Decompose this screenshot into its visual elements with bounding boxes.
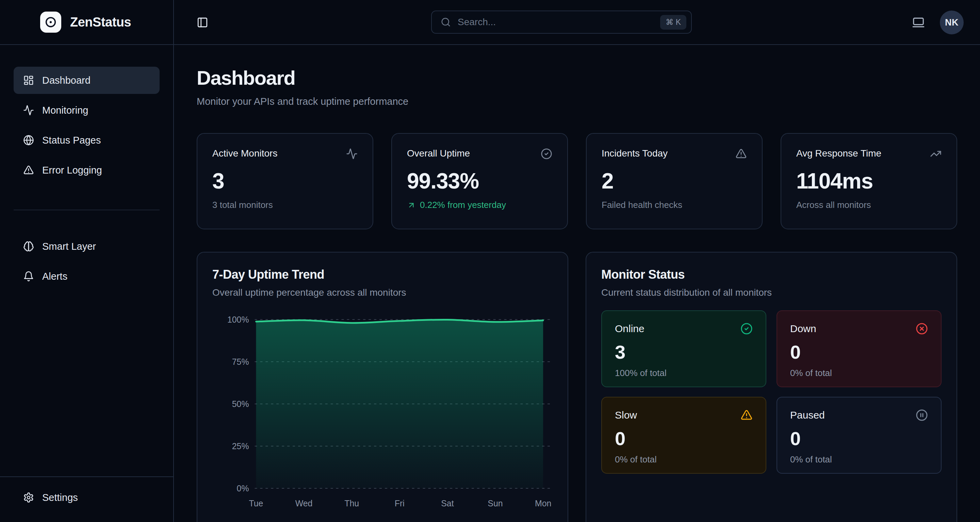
activity-icon: [23, 105, 34, 116]
sidebar-item-settings[interactable]: Settings: [14, 484, 159, 511]
avatar[interactable]: NK: [940, 11, 964, 34]
svg-text:100%: 100%: [227, 315, 249, 324]
status-label: Down: [790, 323, 816, 334]
circle-check-icon: [740, 323, 753, 335]
sidebar-footer: Settings: [0, 476, 173, 522]
stat-label: Incidents Today: [601, 148, 668, 159]
stat-card: Active Monitors 3 3 total monitors: [197, 133, 373, 229]
uptime-trend-card: 7-Day Uptime Trend Overall uptime percen…: [197, 252, 568, 522]
sidebar-item-monitoring[interactable]: Monitoring: [14, 97, 159, 124]
brand-logo-icon: [40, 11, 61, 33]
app-root: ZenStatus Dashboard Monitoring Status Pa…: [0, 0, 980, 522]
main-content: Dashboard Monitor your APIs and track up…: [174, 45, 980, 522]
brain-icon: [23, 241, 34, 252]
sidebar-item-label: Alerts: [42, 271, 67, 282]
stat-value: 3: [212, 169, 358, 194]
sidebar-item-alerts[interactable]: Alerts: [14, 263, 159, 290]
brand: ZenStatus: [0, 0, 173, 45]
status-label: Paused: [790, 409, 825, 421]
top-bar-actions: NK: [912, 0, 964, 45]
monitor-status-card: Monitor Status Current status distributi…: [585, 252, 957, 522]
status-value: 0: [615, 427, 753, 449]
sidebar-item-label: Monitoring: [42, 105, 88, 116]
status-sub: 0% of total: [790, 454, 928, 465]
circle-x-icon: [916, 323, 928, 335]
search-input[interactable]: [458, 17, 653, 27]
sidebar-item-status-pages[interactable]: Status Pages: [14, 127, 159, 154]
status-value: 0: [790, 427, 928, 449]
stat-delta: 0.22% from yesterday: [407, 200, 552, 210]
stat-delta-text: 0.22% from yesterday: [420, 200, 506, 210]
device-mode-button[interactable]: [912, 16, 925, 29]
activity-icon: [346, 148, 358, 159]
panels-row: 7-Day Uptime Trend Overall uptime percen…: [197, 252, 957, 519]
svg-text:Thu: Thu: [344, 498, 359, 508]
arrow-up-right-icon: [407, 201, 416, 210]
status-grid: Online 3 100% of total Down 0 0% of tota…: [601, 310, 942, 474]
svg-text:Tue: Tue: [249, 498, 263, 508]
brand-name: ZenStatus: [70, 15, 131, 30]
top-bar: ⌘ K NK: [174, 0, 980, 45]
status-cell-down: Down 0 0% of total: [776, 310, 942, 387]
circle-check-icon: [541, 148, 552, 159]
stat-sub: 3 total monitors: [212, 200, 358, 210]
chart-card-subtitle: Overall uptime percentage across all mon…: [212, 287, 553, 298]
page-title: Dashboard: [197, 67, 957, 89]
stat-value: 2: [601, 169, 747, 194]
bell-icon: [23, 271, 34, 282]
stat-label: Active Monitors: [212, 148, 277, 159]
stats-row: Active Monitors 3 3 total monitors Overa…: [197, 133, 957, 229]
status-sub: 0% of total: [615, 454, 753, 465]
chart-card-title: 7-Day Uptime Trend: [212, 267, 553, 282]
layout-dashboard-icon: [23, 75, 34, 86]
sidebar-item-label: Error Logging: [42, 165, 102, 176]
page-subtitle: Monitor your APIs and track uptime perfo…: [197, 96, 957, 107]
svg-text:Fri: Fri: [395, 498, 404, 508]
uptime-trend-chart: 0%25%50%75%100%TueWedThuFriSatSunMon: [212, 310, 553, 514]
status-cell-slow: Slow 0 0% of total: [601, 397, 766, 474]
stat-card: Overall Uptime 99.33% 0.22% from yesterd…: [391, 133, 568, 229]
svg-text:75%: 75%: [232, 357, 249, 366]
area-chart-svg: 0%25%50%75%100%TueWedThuFriSatSunMon: [212, 310, 553, 514]
svg-text:50%: 50%: [232, 399, 249, 409]
triangle-alert-icon: [735, 148, 747, 159]
status-label: Online: [615, 323, 644, 334]
status-card-title: Monitor Status: [601, 267, 942, 282]
status-sub: 0% of total: [790, 368, 928, 379]
status-cell-paused: Paused 0 0% of total: [776, 397, 942, 474]
circle-pause-icon: [916, 409, 928, 421]
sidebar-item-error-logging[interactable]: Error Logging: [14, 156, 159, 184]
sidebar-item-label: Settings: [42, 492, 78, 503]
stat-value: 1104ms: [796, 169, 942, 194]
stat-label: Overall Uptime: [407, 148, 470, 159]
sidebar-item-label: Status Pages: [42, 135, 101, 146]
sidebar: ZenStatus Dashboard Monitoring Status Pa…: [0, 0, 174, 522]
trending-up-icon: [930, 148, 942, 159]
sidebar-divider: [14, 210, 159, 210]
search-shortcut-badge: ⌘ K: [660, 15, 686, 30]
svg-text:25%: 25%: [232, 441, 249, 451]
svg-text:Mon: Mon: [535, 498, 551, 508]
search-icon: [441, 17, 451, 27]
sidebar-item-label: Dashboard: [42, 75, 91, 86]
status-value: 3: [615, 341, 753, 363]
stat-card: Avg Response Time 1104ms Across all moni…: [781, 133, 957, 229]
stat-label: Avg Response Time: [796, 148, 881, 159]
svg-text:Sat: Sat: [441, 498, 453, 508]
status-label: Slow: [615, 409, 637, 421]
sidebar-item-smart-layer[interactable]: Smart Layer: [14, 233, 159, 260]
sidebar-item-dashboard[interactable]: Dashboard: [14, 67, 159, 94]
search-box[interactable]: ⌘ K: [431, 11, 692, 34]
svg-text:0%: 0%: [237, 484, 249, 493]
status-sub: 100% of total: [615, 368, 753, 379]
triangle-alert-icon: [23, 165, 34, 176]
svg-text:Wed: Wed: [295, 498, 313, 508]
status-cell-online: Online 3 100% of total: [601, 310, 766, 387]
globe-icon: [23, 135, 34, 146]
svg-text:Sun: Sun: [488, 498, 503, 508]
stat-value: 99.33%: [407, 169, 552, 194]
status-card-subtitle: Current status distribution of all monit…: [601, 287, 942, 298]
status-value: 0: [790, 341, 928, 363]
sidebar-toggle-button[interactable]: [193, 13, 212, 32]
settings-icon: [23, 492, 34, 503]
